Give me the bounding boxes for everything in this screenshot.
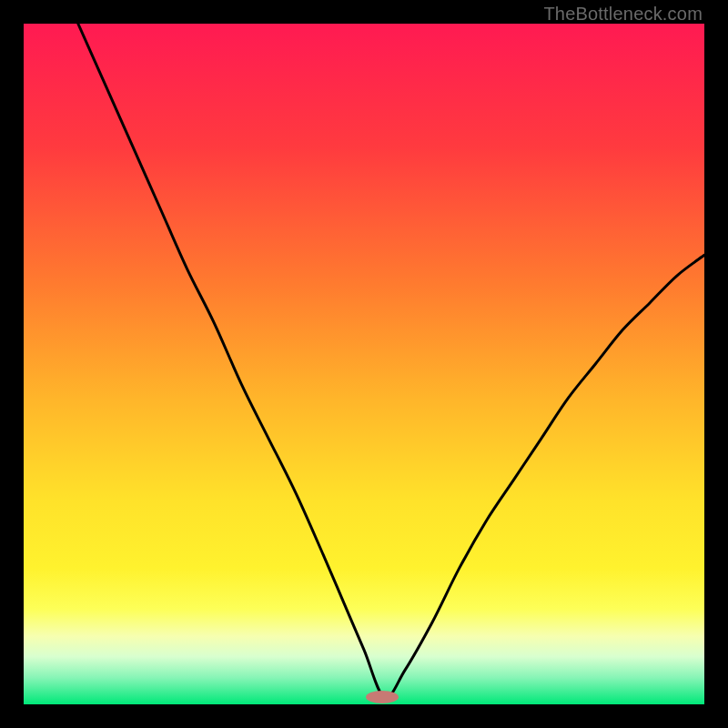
optimal-marker xyxy=(366,691,399,703)
bottleneck-curve xyxy=(78,24,704,698)
watermark-text: TheBottleneck.com xyxy=(543,4,703,25)
plot-area xyxy=(24,24,704,704)
chart-frame: TheBottleneck.com xyxy=(0,0,728,728)
curve-layer xyxy=(24,24,704,704)
